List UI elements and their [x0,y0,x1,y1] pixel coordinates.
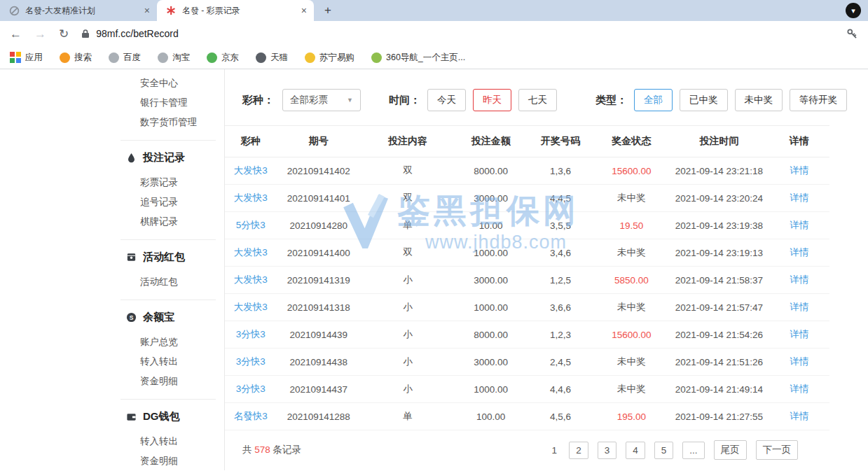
detail-link[interactable]: 详情 [769,267,829,294]
page-button[interactable]: ... [682,442,704,459]
refresh-icon[interactable]: ↻ [59,28,69,40]
cell-amount: 10.00 [455,212,528,239]
cell-issue: 202109141400 [276,239,361,267]
type-filter-button[interactable]: 全部 [634,89,673,111]
cell-numbers: 2,4,5 [527,349,593,376]
page-button[interactable]: 2 [569,442,588,459]
sidebar-item[interactable]: 资金明细 [112,372,224,391]
cell-lottery: 大发快3 [225,157,276,185]
tab-close-icon[interactable]: × [300,6,308,15]
cell-time: 2021-09-14 21:54:26 [669,321,769,349]
page-button[interactable]: 4 [626,442,645,459]
page-button[interactable]: 1 [549,442,560,458]
new-tab-button[interactable]: + [318,1,338,20]
sidebar-item[interactable]: 资金明细 [112,451,224,470]
filter-bar: 彩种： 全部彩票 ▼ 时间： 今天昨天七天 类型： 全部已中奖未中奖等待开奖 [225,69,868,125]
sidebar-item[interactable]: 活动红包 [112,272,224,292]
bookmark-item[interactable]: 百度 [109,52,141,64]
back-icon[interactable]: ← [10,28,22,40]
sidebar-item[interactable]: 棋牌记录 [112,212,224,232]
detail-link[interactable]: 详情 [769,157,829,185]
bookmark-item[interactable]: 360导航_一个主页... [371,52,465,64]
bookmark-item[interactable]: 天猫 [256,52,288,64]
bookmark-label: 京东 [221,52,239,64]
sidebar-item[interactable]: 彩票记录 [112,173,224,192]
time-filter-button[interactable]: 今天 [427,89,466,111]
bookmark-item[interactable]: 淘宝 [158,52,190,64]
bookmark-favicon-icon [256,52,266,63]
cell-issue: 20210914439 [276,321,361,349]
sidebar-section-label: 余额宝 [143,311,174,324]
type-filter-button[interactable]: 等待开奖 [790,89,847,111]
detail-link[interactable]: 详情 [769,212,829,239]
pagination: 共 578 条记录 12345...尾页下一页 [225,430,868,460]
bookmark-item[interactable]: 京东 [207,52,239,64]
cell-status: 未中奖 [593,349,669,376]
cell-amount: 8000.00 [455,321,528,349]
detail-link[interactable]: 详情 [769,294,829,321]
lottery-select[interactable]: 全部彩票 ▼ [282,89,361,111]
time-filter-button[interactable]: 七天 [518,89,557,111]
sidebar-item[interactable]: 追号记录 [112,192,224,212]
bookmark-item[interactable]: 苏宁易购 [305,52,354,64]
address-bar[interactable]: 98mf.cc/betRecord [81,28,834,39]
detail-link[interactable]: 详情 [769,349,829,376]
sidebar-section-label: DG钱包 [143,410,180,423]
bookmark-item[interactable]: 应用 [10,52,43,64]
disc-slash-icon [8,5,20,16]
cell-time: 2021-09-14 21:57:47 [669,294,769,321]
next-page-button[interactable]: 下一页 [756,440,799,460]
cell-numbers: 4,5,6 [527,403,593,430]
bookmarks-bar: 应用搜索百度淘宝京东天猫苏宁易购360导航_一个主页... [0,46,868,69]
detail-link[interactable]: 详情 [769,403,829,430]
tab-close-icon[interactable]: × [143,6,151,15]
sidebar-item[interactable]: 转入转出 [112,432,224,451]
bookmark-item[interactable]: 搜索 [60,52,92,64]
time-filter-label: 时间： [389,94,420,107]
key-icon[interactable] [846,28,858,40]
cell-lottery: 5分快3 [225,212,276,239]
lottery-select-value: 全部彩票 [290,94,328,106]
sidebar-section-header[interactable]: DG钱包 [112,410,224,423]
cell-content: 小 [361,321,455,349]
sidebar-item[interactable]: 银行卡管理 [112,93,224,113]
cell-issue: 202109141402 [276,157,361,185]
detail-link[interactable]: 详情 [769,239,829,267]
type-filter-button[interactable]: 已中奖 [680,89,728,111]
browser-menu-button[interactable]: ▾ [846,3,861,18]
detail-link[interactable]: 详情 [769,321,829,349]
last-page-button[interactable]: 尾页 [714,440,747,460]
sidebar-item[interactable]: 账户总览 [112,332,224,352]
cell-numbers: 3,5,5 [527,212,593,239]
cell-lottery: 3分快3 [225,321,276,349]
bookmark-label: 应用 [25,52,43,64]
forward-icon[interactable]: → [34,28,46,40]
cell-lottery: 大发快3 [225,267,276,294]
page-button[interactable]: 5 [654,442,674,459]
time-filter-button[interactable]: 昨天 [473,89,511,111]
table-row: 5分快320210914280单10.003,5,519.502021-09-1… [225,212,829,239]
cell-issue: 202109141318 [276,294,361,321]
cell-time: 2021-09-14 23:19:13 [669,239,769,267]
cell-lottery: 大发快3 [225,239,276,267]
sidebar-item[interactable]: 安全中心 [112,73,224,93]
type-filter-button[interactable]: 未中奖 [735,89,783,111]
browser-tab[interactable]: 名發 - 彩票记录× [157,0,314,21]
detail-link[interactable]: 详情 [769,185,829,212]
red-packet-icon [126,252,137,262]
detail-link[interactable]: 详情 [769,376,829,403]
table-row: 3分快320210914438小3000.002,4,5未中奖2021-09-1… [225,349,829,376]
cell-lottery: 大发快3 [225,294,276,321]
browser-tab[interactable]: 名發-大发精准计划× [0,0,157,21]
page-button[interactable]: 3 [598,442,617,459]
sidebar-item[interactable]: 转入转出 [112,352,224,372]
sidebar-section-header[interactable]: S余额宝 [112,311,224,324]
sidebar-section-header[interactable]: 投注记录 [112,151,224,164]
cell-status: 未中奖 [593,239,669,267]
cell-amount: 3000.00 [455,185,528,212]
column-header: 开奖号码 [527,126,593,157]
bookmark-favicon-icon [371,52,382,63]
sidebar-section-header[interactable]: 活动红包 [112,251,224,264]
sidebar-item[interactable]: 数字货币管理 [112,113,224,132]
cell-amount: 3000.00 [455,349,528,376]
